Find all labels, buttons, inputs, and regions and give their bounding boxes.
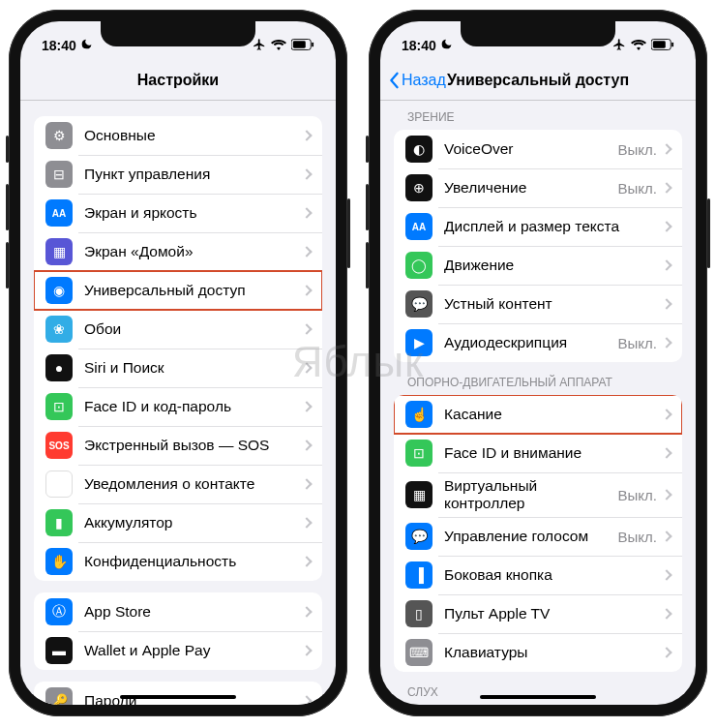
voice-control-icon: 💬	[405, 523, 433, 550]
settings-row[interactable]: ▬Wallet и Apple Pay	[34, 631, 322, 670]
svg-rect-1	[293, 41, 306, 47]
chevron-right-icon	[661, 298, 671, 309]
settings-row[interactable]: ▦Виртуальный контроллерВыкл.	[394, 472, 682, 517]
spoken-content-icon: 💬	[405, 290, 433, 318]
chevron-right-icon	[301, 517, 312, 528]
settings-row[interactable]: ◉Универсальный доступ	[34, 271, 322, 310]
row-label: Устный контент	[444, 295, 663, 313]
faceid-icon: ⊡	[45, 393, 73, 420]
back-label: Назад	[402, 72, 446, 89]
settings-row[interactable]: 💬Управление голосомВыкл.	[394, 517, 682, 556]
display-icon: AA	[45, 199, 73, 227]
home-indicator	[480, 695, 596, 699]
chevron-right-icon	[301, 606, 312, 617]
chevron-right-icon	[661, 259, 671, 270]
settings-row[interactable]: ▮Аккумулятор	[34, 503, 322, 542]
row-label: Экран «Домой»	[84, 243, 303, 260]
wallet-icon: ▬	[45, 637, 73, 664]
voiceover-icon: ◐	[405, 136, 433, 163]
battery-icon	[291, 38, 314, 53]
settings-row[interactable]: AAЭкран и яркость	[34, 194, 322, 232]
row-label: Face ID и внимание	[444, 444, 663, 462]
settings-row[interactable]: SOSЭкстренный вызов — SOS	[34, 426, 322, 465]
dnd-moon-icon	[440, 38, 453, 53]
settings-row[interactable]: ◯Движение	[394, 246, 682, 285]
row-label: Боковая кнопка	[444, 566, 663, 584]
row-label: Обои	[84, 320, 303, 338]
svg-rect-4	[653, 41, 666, 47]
row-label: Siri и Поиск	[84, 359, 303, 377]
settings-row[interactable]: ⚙︎Основные	[34, 116, 322, 155]
privacy-icon: ✋	[45, 548, 73, 575]
airplane-icon	[253, 38, 266, 54]
chevron-right-icon	[301, 440, 312, 450]
row-label: Аккумулятор	[84, 514, 303, 531]
settings-row[interactable]: ⊡Face ID и код-пароль	[34, 387, 322, 426]
settings-row[interactable]: ◐VoiceOverВыкл.	[394, 130, 682, 168]
phone-left: 18:40 Настройки ⚙︎Основные⊟Пункт управле…	[9, 10, 347, 716]
settings-row[interactable]: ⊡Face ID и внимание	[394, 434, 682, 472]
page-title: Настройки	[137, 72, 219, 89]
settings-row[interactable]: ✋Конфиденциальность	[34, 542, 322, 581]
settings-row[interactable]: ▦Экран «Домой»	[34, 232, 322, 271]
chevron-right-icon	[301, 645, 312, 655]
passwords-icon: 🔑	[45, 687, 73, 705]
chevron-right-icon	[301, 695, 312, 705]
settings-group: ◐VoiceOverВыкл.⊕УвеличениеВыкл.AAДисплей…	[394, 130, 682, 362]
settings-row[interactable]: ❀Обои	[34, 310, 322, 349]
sos-icon: SOS	[45, 432, 73, 459]
siri-icon: ●	[45, 354, 73, 381]
faceid-attention-icon: ⊡	[405, 440, 433, 467]
notch	[461, 21, 615, 46]
row-label: Face ID и код-пароль	[84, 398, 303, 415]
touch-icon: ☝	[405, 401, 433, 428]
gear-icon: ⚙︎	[45, 122, 73, 149]
settings-row[interactable]: 🔑Пароли	[34, 682, 322, 705]
back-button[interactable]: Назад	[388, 60, 446, 100]
chevron-right-icon	[301, 168, 312, 179]
settings-row[interactable]: ☝Касание	[394, 395, 682, 434]
settings-row[interactable]: ⊟Пункт управления	[34, 155, 322, 194]
settings-row[interactable]: ▯Пульт Apple TV	[394, 594, 682, 633]
settings-row[interactable]: ⌨Клавиатуры	[394, 633, 682, 672]
exposure-icon: ✱	[45, 470, 73, 498]
chevron-right-icon	[661, 221, 671, 231]
chevron-right-icon	[661, 489, 671, 500]
row-label: Экстренный вызов — SOS	[84, 437, 303, 454]
row-label: Увеличение	[444, 179, 618, 197]
settings-row[interactable]: ✱Уведомления о контакте	[34, 465, 322, 503]
chevron-right-icon	[661, 182, 671, 193]
page-title: Универсальный доступ	[447, 72, 629, 89]
appletv-remote-icon: ▯	[405, 600, 433, 627]
settings-row[interactable]: ⒶApp Store	[34, 592, 322, 631]
settings-row[interactable]: 💬Устный контент	[394, 285, 682, 323]
row-detail: Выкл.	[618, 487, 657, 503]
dnd-moon-icon	[80, 38, 93, 53]
display-text-icon: AA	[405, 213, 433, 240]
navbar-settings: Настройки	[20, 60, 336, 101]
row-label: Пульт Apple TV	[444, 605, 663, 622]
row-detail: Выкл.	[618, 141, 657, 158]
settings-row[interactable]: AAДисплей и размер текста	[394, 207, 682, 246]
section-header: СЛУХ	[380, 672, 696, 705]
motion-icon: ◯	[405, 252, 433, 279]
settings-row[interactable]: ⊕УвеличениеВыкл.	[394, 168, 682, 207]
chevron-right-icon	[661, 337, 671, 348]
settings-group: ⒶApp Store▬Wallet и Apple Pay	[34, 592, 322, 670]
row-label: Аудиодескрипция	[444, 334, 618, 351]
audio-desc-icon: ▶	[405, 329, 433, 356]
chevron-right-icon	[301, 130, 312, 140]
row-label: Пункт управления	[84, 166, 303, 183]
section-header: ЗРЕНИЕ	[380, 101, 696, 130]
row-label: App Store	[84, 603, 303, 621]
section-header: ОПОРНО-ДВИГАТЕЛЬНЫЙ АППАРАТ	[380, 362, 696, 395]
side-button-icon: ▐	[405, 561, 433, 589]
accessibility-icon: ◉	[45, 277, 73, 304]
settings-row[interactable]: ●Siri и Поиск	[34, 349, 322, 387]
settings-row[interactable]: ▶АудиодескрипцияВыкл.	[394, 323, 682, 362]
home-indicator	[120, 695, 236, 699]
row-label: Управление голосом	[444, 528, 618, 545]
navbar-accessibility: Назад Универсальный доступ	[380, 60, 696, 101]
settings-row[interactable]: ▐Боковая кнопка	[394, 556, 682, 594]
row-detail: Выкл.	[618, 335, 657, 351]
